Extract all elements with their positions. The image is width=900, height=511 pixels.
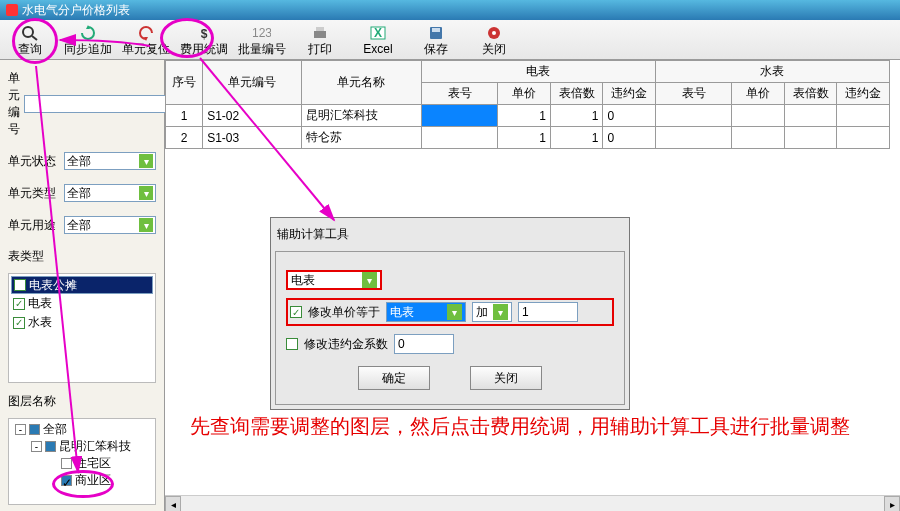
sync-add-button[interactable]: 同步追加 — [64, 22, 112, 58]
checkbox-icon[interactable]: ✓ — [13, 317, 25, 329]
list-item[interactable]: 电表公摊 — [11, 276, 153, 294]
meter-type-list: 电表公摊 ✓电表 ✓水表 — [8, 273, 156, 383]
chevron-down-icon: ▾ — [139, 186, 153, 200]
svg-rect-9 — [432, 28, 440, 32]
checkbox-icon[interactable]: ✓ — [13, 298, 25, 310]
list-item[interactable]: ✓水表 — [11, 313, 153, 332]
list-item[interactable]: ✓电表 — [11, 294, 153, 313]
svg-line-1 — [32, 36, 37, 40]
chevron-down-icon: ▾ — [493, 304, 508, 320]
scroll-left-icon[interactable]: ◂ — [165, 496, 181, 511]
unit-use-label: 单元用途 — [8, 217, 60, 234]
svg-text:123: 123 — [253, 26, 271, 40]
batch-number-button[interactable]: 123批量编号 — [238, 22, 286, 58]
content-area: 序号 单元编号 单元名称 电表 水表 表号 单价 表倍数 违约金 表号 单价 表… — [165, 60, 900, 511]
chevron-down-icon: ▾ — [139, 154, 153, 168]
svg-text:X: X — [374, 26, 382, 40]
tree-node[interactable]: ✓商业区 — [47, 472, 153, 489]
svg-rect-5 — [316, 27, 324, 31]
modify-price-label: 修改单价等于 — [308, 304, 380, 321]
app-icon — [6, 4, 18, 16]
table-row[interactable]: 1S1-02昆明汇笨科技 110 — [166, 105, 890, 127]
horizontal-scrollbar[interactable]: ◂▸ — [165, 495, 900, 511]
table-row[interactable]: 2S1-03特仑苏 110 — [166, 127, 890, 149]
annotation-text: 先查询需要调整的图层，然后点击费用统调，用辅助计算工具进行批量调整 — [190, 410, 870, 442]
save-button[interactable]: 保存 — [412, 22, 460, 58]
col-water: 水表 — [655, 61, 889, 83]
window-title: 水电气分户价格列表 — [22, 0, 130, 20]
excel-button[interactable]: XExcel — [354, 22, 402, 58]
checkbox-icon[interactable]: ✓ — [61, 475, 72, 486]
chevron-down-icon: ▾ — [447, 304, 462, 320]
unit-type-label: 单元类型 — [8, 185, 60, 202]
checkbox-icon[interactable] — [14, 279, 26, 291]
chevron-down-icon: ▾ — [139, 218, 153, 232]
checkbox-icon[interactable] — [45, 441, 56, 452]
sidebar: 单元编号 单元状态全部▾ 单元类型全部▾ 单元用途全部▾ 表类型 电表公摊 ✓电… — [0, 60, 165, 511]
penalty-input[interactable] — [394, 334, 454, 354]
toolbar: 查询 同步追加 单元复位 $费用统调 123批量编号 打印 XExcel 保存 … — [0, 20, 900, 60]
checkbox-icon[interactable] — [61, 458, 72, 469]
tree-node[interactable]: 住宅区 — [47, 455, 153, 472]
tree-node[interactable]: -昆明汇笨科技 — [31, 438, 153, 455]
unit-no-input[interactable] — [24, 95, 176, 113]
svg-point-11 — [492, 31, 496, 35]
scroll-right-icon[interactable]: ▸ — [884, 496, 900, 511]
field-select[interactable]: 电表▾ — [386, 302, 466, 322]
unit-state-select[interactable]: 全部▾ — [64, 152, 156, 170]
collapse-icon[interactable]: - — [31, 441, 42, 452]
modify-penalty-label: 修改违约金系数 — [304, 336, 388, 353]
col-seq: 序号 — [166, 61, 203, 105]
close-button[interactable]: 关闭 — [470, 22, 518, 58]
title-bar: 水电气分户价格列表 — [0, 0, 900, 20]
dialog-close-button[interactable]: 关闭 — [470, 366, 542, 390]
calc-tool-dialog: 辅助计算工具 电表▾ ✓ 修改单价等于 电表▾ 加▾ 修改违约金系数 — [270, 217, 630, 410]
unit-reset-button[interactable]: 单元复位 — [122, 22, 170, 58]
col-elec: 电表 — [421, 61, 655, 83]
meter-type-label: 表类型 — [8, 248, 156, 265]
unit-state-label: 单元状态 — [8, 153, 60, 170]
unit-type-select[interactable]: 全部▾ — [64, 184, 156, 202]
query-button[interactable]: 查询 — [6, 22, 54, 58]
layer-label: 图层名称 — [8, 393, 156, 410]
meter-select[interactable]: 电表▾ — [286, 270, 382, 290]
svg-point-0 — [23, 27, 33, 37]
col-unitno: 单元编号 — [203, 61, 301, 105]
collapse-icon[interactable]: - — [15, 424, 26, 435]
chevron-down-icon: ▾ — [362, 272, 377, 288]
svg-text:$: $ — [201, 27, 208, 41]
col-unitname: 单元名称 — [301, 61, 421, 105]
print-button[interactable]: 打印 — [296, 22, 344, 58]
operator-select[interactable]: 加▾ — [472, 302, 512, 322]
dialog-title: 辅助计算工具 — [275, 222, 625, 251]
layer-tree: -全部 -昆明汇笨科技 住宅区 ✓商业区 — [8, 418, 156, 505]
value-input[interactable] — [518, 302, 578, 322]
fee-adjust-button[interactable]: $费用统调 — [180, 22, 228, 58]
unit-no-label: 单元编号 — [8, 70, 20, 138]
svg-rect-4 — [314, 31, 326, 38]
tree-node[interactable]: -全部 — [15, 421, 153, 438]
ok-button[interactable]: 确定 — [358, 366, 430, 390]
checkbox-icon[interactable] — [286, 338, 298, 350]
data-grid: 序号 单元编号 单元名称 电表 水表 表号 单价 表倍数 违约金 表号 单价 表… — [165, 60, 890, 149]
unit-use-select[interactable]: 全部▾ — [64, 216, 156, 234]
checkbox-icon[interactable]: ✓ — [290, 306, 302, 318]
checkbox-icon[interactable] — [29, 424, 40, 435]
selected-cell — [421, 105, 498, 127]
